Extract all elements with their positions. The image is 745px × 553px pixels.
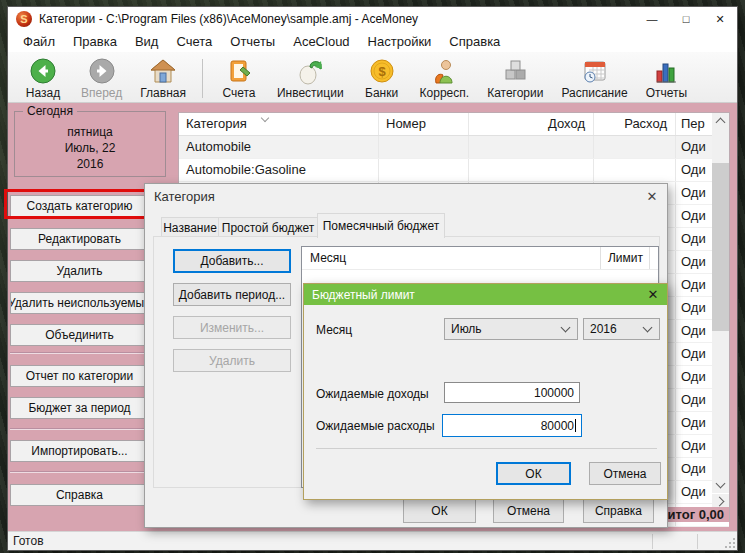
column-header-category[interactable]: Категория [179,113,379,135]
tab-name[interactable]: Название [161,217,219,238]
budget-dialog-title: Бюджетный лимит [312,288,415,302]
toolbar-reports-label: Отчеты [646,86,687,100]
table-row[interactable]: Automobile:GasolineОди [179,159,729,182]
toolbar-investments[interactable]: Инвестиции [268,55,353,101]
chevron-down-icon [561,323,571,333]
month-label: Месяц [316,323,352,337]
category-cancel-button[interactable]: Отмена [493,499,564,523]
toolbar-banks[interactable]: $ Банки [353,55,411,101]
add-period-button[interactable]: Добавить период... [173,283,291,306]
budget-period-button[interactable]: Бюджет за период [10,397,149,419]
chevron-down-icon [643,323,653,333]
budget-dialog-titlebar: Бюджетный лимит ✕ [304,284,667,305]
list-column-divider [649,247,650,269]
toolbar-banks-label: Банки [365,86,398,100]
category-report-button[interactable]: Отчет по категории [10,365,149,387]
toolbar-categories[interactable]: Категории [478,55,552,101]
table-vertical-scrollbar[interactable] [712,113,729,493]
toolbar-back[interactable]: Назад [14,55,72,101]
cell-period: Оди [676,136,712,158]
menu-settings[interactable]: Настройки [359,32,441,51]
cell-period: Оди [676,366,712,388]
toolbar-forward[interactable]: Вперед [72,55,131,101]
toolbar-accounts-label: Счета [222,86,255,100]
menu-accounts[interactable]: Счета [167,32,221,51]
expected-income-label: Ожидаемые доходы [316,387,429,401]
toolbar-reports[interactable]: Отчеты [637,55,696,101]
statusbar-divider [697,534,698,549]
minimize-button[interactable]: — [635,7,669,31]
delete-button[interactable]: Удалить [173,349,291,372]
scroll-up-icon[interactable] [712,113,729,129]
merge-button[interactable]: Объединить [10,324,149,346]
menubar: Файл Правка Вид Счета Отчеты AceCloud На… [8,31,737,52]
cell-period: Оди [676,481,712,503]
toolbar-home[interactable]: Главная [131,55,195,101]
back-icon [28,56,58,86]
maximize-button[interactable]: □ [669,7,703,31]
import-button[interactable]: Импортировать... [10,440,149,462]
investments-icon [295,56,325,86]
red-highlight-annotation [4,189,151,219]
menu-file[interactable]: Файл [14,32,64,51]
tab-monthly-budget[interactable]: Помесячный бюджет [317,213,445,238]
accounts-icon [224,56,254,86]
resize-grip[interactable] [725,538,735,548]
delete-unused-button[interactable]: Удалить неиспользуемые [10,292,149,314]
cell-income [469,136,594,158]
toolbar-investments-label: Инвестиции [277,86,344,100]
toolbar-payees[interactable]: Корресп. [411,55,479,101]
title-bar: S Категории - C:\Program Files (x86)\Ace… [8,7,737,31]
expected-expense-value: 80000 [541,419,574,433]
scrollbar-thumb[interactable] [712,163,729,331]
toolbar-accounts[interactable]: Счета [210,55,268,101]
expected-expense-label: Ожидаемые расходы [316,419,435,433]
toolbar-payees-label: Корресп. [420,86,470,100]
category-dialog-close-icon[interactable]: ✕ [637,184,667,208]
add-button[interactable]: Добавить... [173,249,291,273]
cell-period: Оди [676,228,712,250]
month-select[interactable]: Июль [444,318,578,340]
cell-category: Automobile [179,136,379,158]
year-select[interactable]: 2016 [583,318,660,340]
toolbar: Назад Вперед Главная Счета Инвестиции $ … [8,52,737,103]
delete-category-button[interactable]: Удалить [10,260,149,282]
toolbar-schedule-label: Расписание [561,86,627,100]
menu-acecloud[interactable]: AceCloud [284,32,358,51]
toolbar-forward-label: Вперед [81,86,122,100]
menu-reports[interactable]: Отчеты [221,32,284,51]
category-help-button[interactable]: Справка [583,499,654,523]
column-header-income[interactable]: Доход [469,113,594,135]
cell-expense [594,136,676,158]
budget-ok-button[interactable]: ОК [496,462,571,485]
today-panel: Сегодня пятница Июль, 22 2016 [14,111,166,177]
toolbar-schedule[interactable]: Расписание [552,55,636,101]
year-select-value: 2016 [590,322,617,336]
table-row[interactable]: AutomobileОди [179,136,729,159]
scroll-right-icon[interactable] [712,494,729,508]
edit-button[interactable]: Изменить... [173,316,291,339]
scroll-down-icon[interactable] [712,477,729,493]
category-ok-button[interactable]: ОК [403,499,476,523]
cell-period: Оди [676,320,712,342]
toolbar-categories-label: Категории [487,86,543,100]
help-button[interactable]: Справка [10,484,149,506]
budget-cancel-button[interactable]: Отмена [589,462,661,485]
expected-income-value: 100000 [534,386,574,400]
column-header-expense[interactable]: Расход [594,113,676,135]
expected-income-field[interactable]: 100000 [444,382,580,403]
column-header-number[interactable]: Номер [379,113,469,135]
menu-help[interactable]: Справка [440,32,509,51]
column-header-period[interactable]: Пер [676,113,712,135]
menu-view[interactable]: Вид [126,32,168,51]
forward-icon [87,56,117,86]
edit-category-button[interactable]: Редактировать [10,228,149,250]
cell-period: Оди [676,412,712,434]
cell-period: Оди [676,182,712,204]
budget-dialog-close-icon[interactable]: ✕ [639,284,667,305]
expected-expense-field[interactable]: 80000 [442,414,582,437]
menu-edit[interactable]: Правка [64,32,126,51]
window-title: Категории - C:\Program Files (x86)\AceMo… [39,12,418,26]
tab-simple-budget[interactable]: Простой бюджет [218,217,318,238]
close-button[interactable]: ✕ [703,7,737,31]
